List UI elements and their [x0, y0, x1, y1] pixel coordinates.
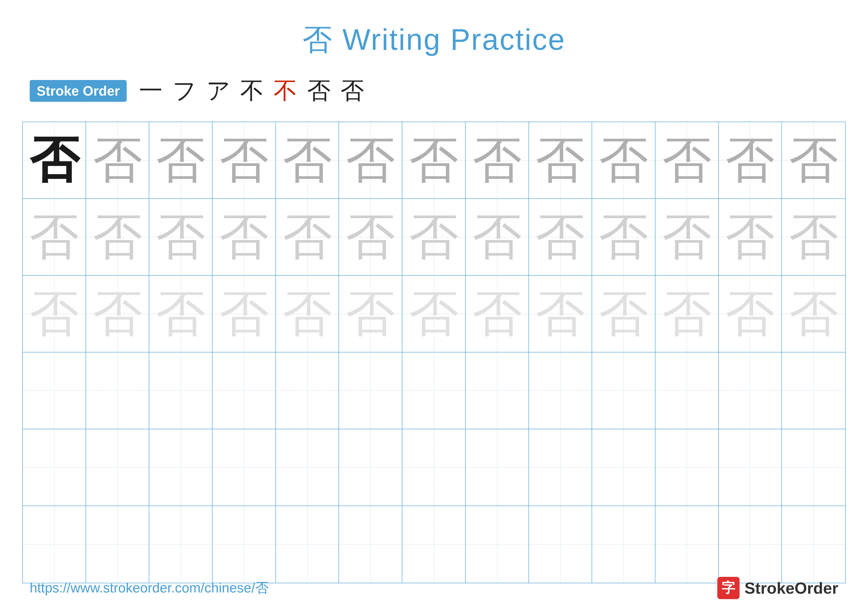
- grid-row-5: [23, 506, 845, 583]
- grid-cell-1-5: 否: [339, 199, 402, 275]
- grid-cell-2-12: 否: [782, 276, 845, 352]
- practice-char: 否: [725, 212, 775, 262]
- grid-cell-0-3: 否: [212, 122, 276, 198]
- grid-row-1: 否否否否否否否否否否否否否: [23, 199, 845, 276]
- practice-char: 否: [599, 212, 648, 262]
- grid-cell-2-0: 否: [23, 276, 86, 352]
- practice-char: 否: [535, 212, 585, 262]
- stroke-5: 不: [274, 75, 297, 107]
- practice-char: 否: [662, 289, 711, 339]
- grid-cell-0-5: 否: [339, 122, 402, 198]
- practice-char: 否: [599, 135, 648, 185]
- grid-cell-0-11: 否: [719, 122, 782, 198]
- grid-cell-2-3: 否: [212, 276, 276, 352]
- grid-cell-0-1: 否: [86, 122, 149, 198]
- grid-cell-3-1: [86, 353, 149, 429]
- grid-cell-1-9: 否: [592, 199, 656, 275]
- grid-cell-4-8: [529, 429, 592, 505]
- grid-cell-5-10: [656, 506, 719, 583]
- grid-cell-1-11: 否: [719, 199, 782, 275]
- grid-cell-4-6: [402, 429, 466, 505]
- practice-char: 否: [789, 212, 838, 262]
- logo-label: StrokeOrder: [744, 579, 838, 597]
- practice-char: 否: [725, 289, 775, 339]
- grid-cell-3-12: [782, 353, 845, 429]
- practice-char: 否: [282, 289, 332, 339]
- grid-cell-2-4: 否: [276, 276, 339, 352]
- practice-char: 否: [219, 135, 269, 185]
- practice-char: 否: [789, 289, 838, 339]
- grid-cell-5-8: [529, 506, 592, 583]
- practice-char: 否: [472, 212, 522, 262]
- grid-cell-5-4: [276, 506, 339, 583]
- grid-cell-5-6: [402, 506, 466, 583]
- grid-cell-4-3: [212, 429, 276, 505]
- grid-cell-5-12: [782, 506, 845, 583]
- grid-cell-4-5: [339, 429, 402, 505]
- grid-cell-2-6: 否: [402, 276, 466, 352]
- grid-cell-1-1: 否: [86, 199, 149, 275]
- grid-cell-5-2: [149, 506, 212, 583]
- practice-char: 否: [346, 135, 395, 185]
- grid-cell-1-4: 否: [276, 199, 339, 275]
- stroke-sequence: 一 フ ア 不 不 否 否: [139, 75, 364, 107]
- grid-cell-2-5: 否: [339, 276, 402, 352]
- grid-cell-0-0: 否: [23, 122, 86, 198]
- grid-cell-1-0: 否: [23, 199, 86, 275]
- grid-cell-4-0: [23, 429, 86, 505]
- practice-char: 否: [219, 289, 269, 339]
- grid-cell-3-0: [23, 353, 86, 429]
- grid-cell-2-10: 否: [656, 276, 719, 352]
- stroke-order-row: Stroke Order 一 フ ア 不 不 否 否: [0, 60, 868, 117]
- page-title: 否 Writing Practice: [0, 0, 868, 60]
- grid-cell-1-7: 否: [466, 199, 529, 275]
- grid-cell-3-5: [339, 353, 402, 429]
- practice-char: 否: [93, 212, 142, 262]
- practice-grid: 否否否否否否否否否否否否否否否否否否否否否否否否否否否否否否否否否否否否否否否: [22, 121, 846, 583]
- grid-cell-3-7: [466, 353, 529, 429]
- grid-cell-2-8: 否: [529, 276, 592, 352]
- stroke-7: 否: [341, 75, 364, 107]
- practice-char: 否: [409, 135, 459, 185]
- footer: https://www.strokeorder.com/chinese/否 字 …: [0, 577, 868, 599]
- practice-char: 否: [535, 135, 585, 185]
- stroke-1: 一: [139, 75, 163, 107]
- grid-cell-3-8: [529, 353, 592, 429]
- grid-cell-0-4: 否: [276, 122, 339, 198]
- grid-cell-4-11: [719, 429, 782, 505]
- practice-char: 否: [346, 289, 395, 339]
- grid-cell-1-3: 否: [212, 199, 276, 275]
- grid-cell-5-11: [719, 506, 782, 583]
- grid-cell-5-1: [86, 506, 149, 583]
- grid-cell-0-8: 否: [529, 122, 592, 198]
- grid-cell-5-9: [592, 506, 656, 583]
- grid-cell-5-3: [212, 506, 276, 583]
- practice-char: 否: [409, 289, 459, 339]
- grid-cell-0-2: 否: [149, 122, 212, 198]
- grid-cell-2-11: 否: [719, 276, 782, 352]
- practice-char: 否: [662, 212, 711, 262]
- stroke-2: フ: [172, 75, 197, 107]
- practice-char: 否: [29, 289, 79, 339]
- grid-row-0: 否否否否否否否否否否否否否: [23, 122, 845, 199]
- grid-cell-2-2: 否: [149, 276, 212, 352]
- grid-cell-3-9: [592, 353, 656, 429]
- grid-cell-3-2: [149, 353, 212, 429]
- grid-cell-4-12: [782, 429, 845, 505]
- grid-cell-3-11: [719, 353, 782, 429]
- practice-char: 否: [599, 289, 648, 339]
- grid-cell-2-7: 否: [466, 276, 529, 352]
- stroke-3: ア: [206, 75, 230, 107]
- grid-row-4: [23, 429, 845, 506]
- grid-cell-1-2: 否: [149, 199, 212, 275]
- practice-char: 否: [662, 135, 711, 185]
- practice-char: 否: [93, 135, 142, 185]
- logo-char: 字: [722, 579, 735, 597]
- practice-char: 否: [29, 135, 79, 185]
- grid-row-2: 否否否否否否否否否否否否否: [23, 276, 845, 353]
- grid-cell-0-6: 否: [402, 122, 466, 198]
- grid-cell-2-1: 否: [86, 276, 149, 352]
- practice-char: 否: [29, 212, 79, 262]
- practice-char: 否: [472, 135, 522, 185]
- grid-cell-4-7: [466, 429, 529, 505]
